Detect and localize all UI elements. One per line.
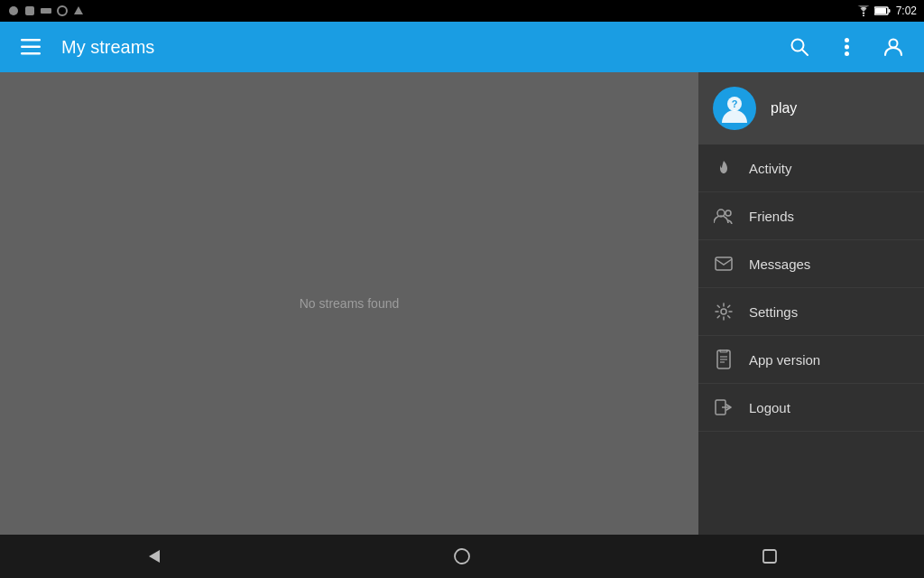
drawer-username: play (771, 100, 797, 117)
activity-label: Activity (749, 161, 792, 176)
notification-icon-5 (72, 5, 85, 17)
svg-rect-33 (763, 550, 776, 563)
drawer-item-messages[interactable]: Messages (698, 240, 924, 288)
messages-label: Messages (749, 256, 810, 272)
status-bar-right: 7:02 (856, 5, 917, 17)
status-bar-left (7, 5, 85, 17)
app-bar: My streams (0, 22, 924, 72)
more-icon (845, 38, 849, 56)
settings-icon (713, 301, 735, 322)
svg-point-23 (721, 309, 726, 314)
main-layout: No streams found ? play (0, 72, 924, 535)
avatar: ? (713, 87, 756, 130)
content-area: No streams found (0, 72, 698, 535)
messages-icon (713, 253, 735, 275)
search-icon (790, 37, 809, 57)
notification-icon-1 (7, 5, 20, 17)
notification-icon-2 (23, 5, 36, 17)
friends-label: Friends (749, 209, 794, 224)
svg-point-32 (455, 549, 469, 564)
notification-icon-4 (56, 5, 69, 17)
svg-rect-10 (21, 46, 41, 49)
recents-button[interactable] (743, 538, 797, 574)
avatar-icon: ? (718, 92, 751, 125)
svg-point-5 (863, 15, 864, 17)
status-bar: 7:02 (0, 0, 924, 22)
friends-icon (713, 205, 735, 227)
empty-message: No streams found (300, 296, 400, 311)
app-version-label: App version (749, 352, 820, 368)
drawer-item-settings[interactable]: Settings (698, 288, 924, 336)
svg-point-17 (890, 40, 898, 48)
status-time: 7:02 (896, 5, 917, 17)
logout-icon (713, 396, 735, 418)
svg-rect-7 (875, 8, 886, 14)
svg-point-3 (58, 6, 67, 15)
svg-point-14 (845, 38, 849, 42)
svg-rect-8 (888, 9, 890, 13)
home-button[interactable] (435, 538, 489, 574)
svg-rect-9 (21, 39, 41, 42)
app-version-icon (713, 349, 735, 370)
svg-rect-2 (41, 8, 51, 14)
account-icon (882, 36, 904, 58)
activity-icon (713, 157, 735, 179)
svg-point-15 (845, 45, 849, 50)
app-title: My streams (61, 37, 769, 58)
account-button[interactable] (877, 31, 910, 63)
svg-line-13 (802, 50, 808, 56)
notification-icon-3 (40, 5, 52, 17)
back-button[interactable] (127, 538, 181, 574)
svg-point-0 (9, 6, 18, 15)
drawer-header: ? play (698, 72, 924, 144)
drawer-item-app-version[interactable]: App version (698, 336, 924, 384)
recents-icon (762, 548, 778, 564)
home-icon (453, 547, 471, 565)
side-drawer: ? play Activity (698, 72, 924, 535)
battery-icon (874, 5, 891, 16)
svg-point-21 (725, 210, 731, 216)
menu-button[interactable] (14, 31, 47, 63)
back-icon (145, 547, 163, 565)
drawer-item-activity[interactable]: Activity (698, 144, 924, 192)
wifi-icon (856, 5, 871, 16)
settings-label: Settings (749, 304, 798, 320)
hamburger-icon (21, 39, 41, 55)
drawer-item-friends[interactable]: Friends (698, 192, 924, 240)
svg-rect-22 (716, 257, 732, 270)
logout-label: Logout (749, 400, 790, 415)
drawer-item-logout[interactable]: Logout (698, 384, 924, 432)
svg-marker-4 (74, 6, 83, 14)
svg-text:?: ? (732, 98, 738, 109)
svg-point-16 (845, 51, 849, 56)
more-button[interactable] (830, 31, 863, 63)
bottom-nav (0, 535, 924, 578)
svg-rect-11 (21, 52, 41, 55)
search-button[interactable] (783, 31, 816, 63)
svg-marker-31 (149, 550, 160, 563)
svg-rect-1 (25, 6, 34, 15)
